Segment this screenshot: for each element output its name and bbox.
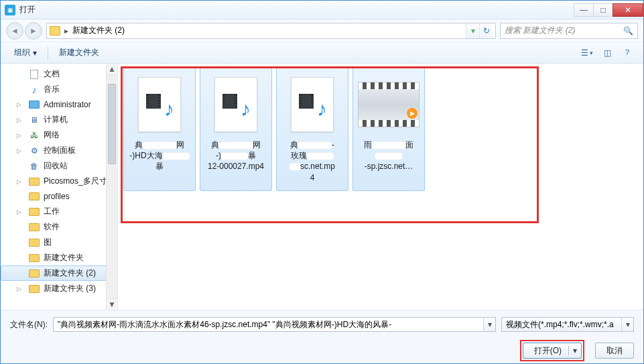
media-file-icon: ♪ (214, 77, 257, 132)
expander-icon[interactable]: ▷ (17, 286, 21, 292)
bottom-panel: 文件名(N): "典尚视频素材网-雨水滴流水水面水素材46-sp.jzsc.ne… (1, 310, 643, 364)
tree-item[interactable]: ▷工作 (1, 204, 117, 219)
tree-item-label: 文档 (44, 68, 60, 80)
nav-back-button[interactable]: ◄ (6, 22, 23, 40)
organize-menu[interactable]: 组织 ▾ (7, 44, 44, 61)
filename-value: "典尚视频素材网-雨水滴流水水面水素材46-sp.jzsc.net.mp4" "… (58, 319, 391, 330)
address-dropdown-button[interactable]: ▾ (466, 23, 479, 38)
open-button-highlight: 打开(O) ▾ (520, 340, 584, 361)
tree-item-label: 网络 (44, 129, 60, 141)
search-input[interactable]: 搜索 新建文件夹 (2) 🔍 (500, 23, 638, 39)
minimize-button[interactable]: — (574, 3, 594, 17)
maximize-button[interactable]: □ (593, 3, 613, 17)
play-icon: ▶ (407, 108, 417, 119)
breadcrumb-sep-icon: ▸ (64, 26, 68, 36)
scroll-up-button[interactable]: ▲ (107, 64, 117, 75)
tree-item-label: 新建文件夹 (44, 252, 84, 263)
address-bar-row: ◄ ► ▸ 新建文件夹 (2) ▾ ↻ 搜索 新建文件夹 (2) 🔍 (1, 19, 643, 42)
main-area: 文档♪音乐▷Administrator▷🖥计算机▷🖧网络▷⚙控制面板🗑回收站▷P… (1, 64, 643, 310)
view-mode-button[interactable]: ☰ ▾ (578, 45, 596, 61)
open-label: 打开(O) (534, 345, 562, 357)
tree-item[interactable]: ▷Picosmos_多尺寸 (1, 174, 117, 189)
filter-dropdown-button[interactable]: ▾ (621, 318, 633, 331)
tree-item[interactable]: 文档 (1, 66, 117, 82)
tree-item-label: 软件 (44, 221, 60, 233)
toolbar-separator (48, 46, 48, 60)
tree-item-label: 回收站 (44, 160, 68, 172)
expander-icon[interactable]: ▷ (17, 117, 21, 123)
tree-item-label: 图 (44, 237, 52, 248)
titlebar: ▣ 打开 — □ ✕ (1, 1, 643, 19)
expander-icon[interactable]: ▷ (17, 147, 21, 154)
tree-item[interactable]: ♪音乐 (1, 82, 117, 97)
tree-item[interactable]: profiles (1, 189, 117, 204)
nav-arrows: ◄ ► (6, 22, 42, 40)
refresh-button[interactable]: ↻ (479, 23, 493, 38)
tree-item[interactable]: 新建文件夹 (2) (1, 265, 117, 281)
new-folder-label: 新建文件夹 (59, 47, 99, 58)
video-thumbnail: ▶ (358, 82, 420, 127)
tree-item[interactable]: 图 (1, 235, 117, 250)
file-type-filter[interactable]: 视频文件(*.mp4;*.flv;*.wmv;*.a ▾ (501, 317, 634, 332)
filter-value: 视频文件(*.mp4;*.flv;*.wmv;*.a (506, 319, 614, 330)
file-list[interactable]: ♪典网-)HD大海暴♪典网-)暴12-000027.mp4♪典-玫瑰sc.net… (118, 64, 643, 310)
expander-icon[interactable]: ▷ (17, 208, 21, 215)
tree-item[interactable]: 软件 (1, 219, 117, 235)
file-name: 典网-)HD大海暴 (127, 139, 192, 188)
folder-tree[interactable]: 文档♪音乐▷Administrator▷🖥计算机▷🖧网络▷⚙控制面板🗑回收站▷P… (1, 64, 118, 310)
cancel-button[interactable]: 取消 (595, 343, 634, 359)
tree-item-label: 新建文件夹 (3) (44, 283, 96, 294)
tree-item-label: 计算机 (44, 114, 68, 125)
tree-item-label: 控制面板 (44, 145, 76, 156)
nav-forward-button[interactable]: ► (25, 22, 42, 40)
scroll-down-button[interactable]: ▼ (107, 298, 117, 310)
help-button[interactable]: ？ (618, 45, 637, 61)
tree-item-label: 新建文件夹 (2) (44, 267, 96, 279)
tree-item[interactable]: 新建文件夹 (1, 250, 117, 265)
filename-input[interactable]: "典尚视频素材网-雨水滴流水水面水素材46-sp.jzsc.net.mp4" "… (53, 317, 496, 332)
file-item[interactable]: ♪典-玫瑰sc.net.mp4 (276, 68, 348, 191)
media-file-icon: ♪ (138, 77, 181, 132)
tree-item-label: Picosmos_多尺寸 (44, 176, 107, 187)
new-folder-button[interactable]: 新建文件夹 (52, 44, 106, 61)
preview-pane-button[interactable]: ◫ (598, 45, 617, 61)
tree-item[interactable]: ▷⚙控制面板 (1, 143, 117, 158)
organize-label: 组织 (14, 47, 30, 58)
tree-item[interactable]: ▷新建文件夹 (3) (1, 281, 117, 296)
scroll-thumb[interactable] (108, 84, 116, 164)
filename-dropdown-button[interactable]: ▾ (483, 318, 495, 331)
file-name: 典-玫瑰sc.net.mp4 (279, 139, 345, 188)
app-icon: ▣ (5, 5, 15, 15)
tree-item-label: Administrator (44, 100, 91, 109)
tree-item-label: 工作 (44, 206, 60, 217)
tree-item[interactable]: ▷🖥计算机 (1, 112, 117, 127)
media-file-icon: ♪ (291, 77, 334, 132)
tree-item-label: 音乐 (44, 84, 60, 95)
file-name: 典网-)暴12-000027.mp4 (203, 139, 269, 188)
tree-item[interactable]: 🗑回收站 (1, 158, 117, 174)
expander-icon[interactable]: ▷ (17, 178, 21, 185)
window-title: 打开 (19, 4, 574, 15)
toolbar: 组织 ▾ 新建文件夹 ☰ ▾ ◫ ？ (1, 42, 643, 64)
search-placeholder: 搜索 新建文件夹 (2) (505, 25, 575, 36)
file-name: 雨面-sp.jzsc.net… (356, 139, 422, 188)
folder-icon (50, 26, 60, 36)
file-item[interactable]: ♪典网-)暴12-000027.mp4 (200, 68, 272, 191)
address-bar[interactable]: ▸ 新建文件夹 (2) ▾ ↻ (46, 23, 496, 39)
filename-label: 文件名(N): (10, 319, 48, 330)
breadcrumb-segment[interactable]: 新建文件夹 (2) (72, 25, 125, 36)
close-button[interactable]: ✕ (613, 3, 643, 17)
chevron-down-icon: ▾ (33, 48, 37, 58)
search-icon: 🔍 (623, 26, 633, 36)
open-button[interactable]: 打开(O) ▾ (523, 343, 582, 359)
tree-item-label: profiles (44, 192, 70, 201)
file-item[interactable]: ♪典网-)HD大海暴 (123, 68, 196, 191)
tree-scrollbar[interactable]: ▲ ▼ (106, 64, 117, 310)
file-item[interactable]: ▶雨面-sp.jzsc.net… (352, 68, 425, 191)
expander-icon[interactable]: ▷ (17, 101, 21, 108)
cancel-label: 取消 (606, 345, 623, 357)
tree-item[interactable]: ▷🖧网络 (1, 127, 117, 143)
tree-item[interactable]: ▷Administrator (1, 97, 117, 112)
open-split-dropdown[interactable]: ▾ (568, 346, 577, 355)
expander-icon[interactable]: ▷ (17, 132, 21, 139)
